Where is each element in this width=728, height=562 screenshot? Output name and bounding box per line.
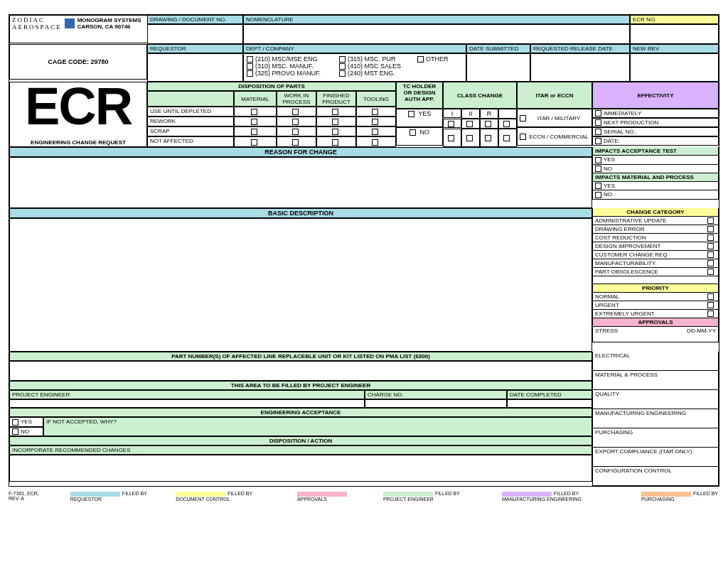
requestor-label: REQUESTOR — [147, 44, 243, 53]
ecr-title: ECR — [12, 83, 144, 131]
incorporate-input[interactable] — [9, 455, 592, 482]
disposition-label: DISPOSITION OF PARTS — [147, 82, 396, 91]
company-city: CARSON, CA 90746 — [77, 23, 131, 30]
ecr-no-label: ECR NO. — [630, 15, 719, 24]
new-rev-label: NEW REV — [630, 44, 719, 53]
itar-label: ITAR or ECCN — [517, 82, 592, 109]
ecr-no-input[interactable] — [630, 24, 719, 44]
impacts-mat-label: IMPACTS MATERIAL AND PROCESS — [592, 173, 719, 182]
tcholder-label: TC HOLDER OR DESIGN AUTH APP. — [396, 82, 443, 109]
drawing-doc-input[interactable] — [147, 24, 243, 44]
date-submitted-label: DATE SUBMITTED — [466, 44, 530, 53]
class-change-label: CLASS CHANGE — [443, 82, 517, 109]
reason-input[interactable] — [9, 157, 592, 208]
reason-label: REASON FOR CHANGE — [9, 147, 592, 157]
doc-id: F-7301, ECR, REV. A — [9, 491, 42, 501]
ecr-subtitle: ENGINEERING CHANGE REQUEST — [9, 139, 147, 147]
basic-desc-input[interactable] — [9, 218, 592, 352]
req-release-input[interactable] — [530, 53, 630, 82]
nomenclature-input[interactable] — [243, 24, 630, 44]
company-name: MONOGRAM SYSTEMS — [77, 17, 141, 23]
dept-checks[interactable]: (210) MSC/MSE ENG (315) MSC. PUR OTHER (… — [243, 53, 466, 82]
pn-input[interactable] — [9, 361, 592, 381]
drawing-doc-label: DRAWING / DOCUMENT NO. — [147, 15, 243, 24]
req-release-label: REQUESTED RELEASE DATE — [530, 44, 630, 53]
approvals-label: APPROVALS — [592, 318, 719, 327]
new-rev-input[interactable] — [630, 53, 719, 82]
requestor-input[interactable] — [147, 53, 243, 82]
nomenclature-label: NOMENCLATURE — [243, 15, 630, 24]
cage-code: CAGE CODE: 29780 — [9, 44, 147, 80]
basic-desc-label: BASIC DESCRIPTION — [9, 208, 592, 218]
effectivity-label: EFFECTIVITY — [592, 82, 719, 109]
disposition-action-label: DISPOSITION / ACTION — [9, 436, 592, 445]
dept-label: DEPT / COMPANY — [243, 44, 466, 53]
change-cat-label: CHANGE CATEGORY — [592, 208, 719, 217]
pe-filled-by: THIS AREA TO BE FILLED BY PROJECT ENGINE… — [9, 381, 592, 390]
priority-label: PRIORITY — [592, 284, 719, 293]
eng-acc-label: ENGINEERING ACCEPTANCE — [9, 408, 592, 417]
pn-section-label: PART NUMBER(S) OF AFFECTED LINE REPLACEB… — [9, 352, 592, 361]
impacts-acc-label: IMPACTS ACCEPTANCE TEST — [592, 147, 719, 156]
date-submitted-input[interactable] — [466, 53, 530, 82]
